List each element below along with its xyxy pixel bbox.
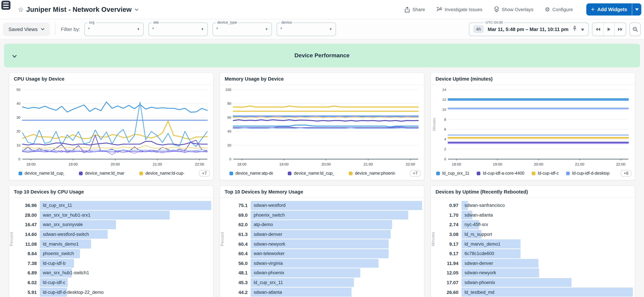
device-bar-row[interactable]: 16.47wan_srx_sunnyvale [14,220,211,229]
device-bar-row[interactable]: 0.97sdwan-sanfrancisco [436,201,633,210]
legend-more-badge[interactable]: +7 [410,170,421,177]
legend-swatch [532,171,536,175]
device-bar-row[interactable]: 9.176c78c1cde600 [436,249,633,258]
time-preset-badge: 4h [473,25,484,33]
legend-item[interactable]: device_name:ld_marv... [79,171,124,176]
device-bar-row[interactable]: 28.00wan_srx_tor_hub1-srx1 [14,210,211,220]
panel-title: CPU Usage by Device [9,73,213,85]
device-bar-row[interactable]: 36.96ld_cup_srx_11 [14,201,211,210]
device-bar-row[interactable]: 7.38ld-cup-idf-b [14,258,211,268]
svg-text:80: 80 [227,101,231,105]
legend-swatch [18,171,22,175]
device-bar-row[interactable]: 6.02ld-cup-idf-c [14,278,211,288]
legend-item[interactable]: ld-cup-idf-c [532,171,559,176]
device-bar-row[interactable]: 11.08ld_marvis_demo1 [14,239,211,249]
line-chart-row: CPU Usage by Device 0102030405018:0019:0… [9,72,635,180]
add-widgets-dropdown-button[interactable] [632,3,641,15]
play-button[interactable] [604,23,615,35]
configure-button[interactable]: ⚙ Configure [545,6,573,12]
legend-item[interactable]: ld_cup_srx_11 [436,171,470,176]
zoom-out-icon [632,26,638,32]
legend-swatch [288,171,292,175]
device-bar-row[interactable]: 2.74nyc-45fl-srx [436,220,633,229]
favorite-star-icon[interactable]: ☆ [18,6,24,13]
device-name: atp-demo [254,222,273,227]
collapse-section-chevron-icon[interactable] [12,53,17,59]
svg-text:10: 10 [442,108,446,111]
legend-more-badge[interactable]: +6 [620,170,632,177]
zoom-out-button[interactable] [630,22,641,36]
device-bar-row[interactable]: 8.64phoenix_switch [14,249,211,258]
device-bar-row[interactable]: 17.07sdwan-phoenix [436,278,633,288]
svg-text:22:00: 22:00 [616,162,626,166]
device-bar-row[interactable]: 6.89wan_srx_hub1-switch1 [14,268,211,278]
section-title: Device Performance [4,52,640,59]
legend-more-badge[interactable]: +7 [199,170,210,177]
hamburger-menu-icon[interactable] [1,1,10,10]
dashboard-content: Device Performance CPU Usage by Device 0… [0,39,644,297]
device-type-filter-select[interactable]: device_type * ▼ [212,22,272,36]
header-actions: Share Investigate Issues Show Overlays ⚙… [405,3,641,15]
device-bar-row[interactable]: 44.2sdwan-atlanta [225,288,422,297]
legend-item[interactable]: device_name:phoenix... [349,171,395,176]
add-widgets-button[interactable]: + Add Widgets [586,3,632,15]
device-name: sdwan-sanfrancisco [464,203,505,208]
saved-views-button[interactable]: Saved Views [3,23,50,35]
step-back-button[interactable] [592,23,604,35]
device-bar-row[interactable]: 1.70sdwan-atlanta [436,210,633,220]
memory-usage-chart[interactable]: 02040608010018:0019:0020:0021:0022:00 [221,86,421,168]
device-filter-select[interactable]: device * ▼ [277,22,336,36]
device-bar-row[interactable]: 75.1sdwan-westford [225,201,422,210]
time-range-picker[interactable]: UTC-04:00 4h Mar 11, 5:48 pm – Mar 11, 1… [469,22,589,36]
cpu-chart-legend: device_name:ld_cup_...device_name:ld_mar… [9,168,213,180]
legend-item[interactable]: ld-cup-idf-a-core-4400 [477,171,524,176]
device-bar-row[interactable]: 60.4wan-teleworker [225,249,422,258]
filter-toolbar: Saved Views Filter by: org * ▼ site * ▼ … [0,19,644,39]
share-button[interactable]: Share [405,6,425,12]
top-header: ☆ Juniper Mist - Network Overview Share … [0,0,644,19]
device-value: 14.60 [14,232,40,237]
legend-item[interactable]: ld-cup-idf-d-desktop [566,171,610,176]
device-bar-row[interactable]: 14.60sdwan-westford-switch [14,230,211,239]
device-bar-row[interactable]: 62.0atp-demo [225,220,422,229]
time-dropdown-caret-icon[interactable] [581,26,584,32]
device-bar-row[interactable]: 56.0sdwan-virginia [225,258,422,268]
device-uptime-chart[interactable]: 0246810121418:0019:0020:0021:0022:00Minu… [432,86,632,168]
chart-series [233,127,418,128]
org-filter-select[interactable]: org * ▼ [84,22,144,36]
device-bar-row[interactable]: 48.1sdwan-phoenix [225,268,422,278]
device-bar-row[interactable]: 60.4sdwan-newyork [225,239,422,249]
show-overlays-button[interactable]: Show Overlays [494,6,533,12]
legend-item[interactable]: device_name:atp-de... [230,171,273,176]
device-performance-section-header: Device Performance [4,44,640,67]
device-bar-row[interactable]: 3.08ld_rs_support [436,230,633,239]
device-name: ld_rs_support [464,232,492,237]
device-value: 12.05 [436,270,462,276]
device-bar-row[interactable]: 5.91ld-cup-idf-d-desktop-22_demo [14,288,211,297]
svg-text:20: 20 [227,143,231,147]
svg-text:6: 6 [444,127,446,131]
legend-item[interactable]: device_name:ld_cup_... [18,171,64,176]
device-bar-row[interactable]: 9.17ld_marvis_demo1 [436,239,633,249]
svg-text:20:00: 20:00 [322,162,331,166]
device-bar-row[interactable]: 11.94sdwan-denver [436,258,633,268]
cpu-usage-chart[interactable]: 0102030405018:0019:0020:0021:0022:00 [10,86,210,168]
pin-icon[interactable] [572,26,577,32]
title-chevron-down-icon[interactable] [134,6,139,12]
device-bar-row[interactable]: 12.05sdwan-newyork [436,268,633,278]
device-value: 9.17 [436,251,462,256]
device-bar-row[interactable]: 26.60ld_testbed_md [436,288,633,297]
time-range-text: Mar 11, 5:48 pm – Mar 11, 10:11 pm [488,26,568,32]
device-value: 0.97 [436,203,462,208]
legend-item[interactable]: device_name:ld-cup-i... [139,171,184,176]
memory-chart-legend: device_name:atp-de...device_name:ld_cup_… [220,168,424,180]
step-forward-button[interactable] [615,23,626,35]
device-bar-row[interactable]: 45.3ld_cup_srx_11 [225,278,422,288]
legend-item[interactable]: device_name:ld_cup_... [288,171,334,176]
device-bar-row[interactable]: 69.0phoenix_switch [225,210,422,220]
site-filter-select[interactable]: site * ▼ [148,22,208,36]
device-bar-row[interactable]: 61.3sdwan-denver [225,230,422,239]
top-memory-devices-panel: Top 10 Devices by Memory Usage Percent 7… [220,185,424,297]
investigate-issues-button[interactable]: Investigate Issues [436,6,482,12]
device-value: 36.96 [14,203,40,208]
